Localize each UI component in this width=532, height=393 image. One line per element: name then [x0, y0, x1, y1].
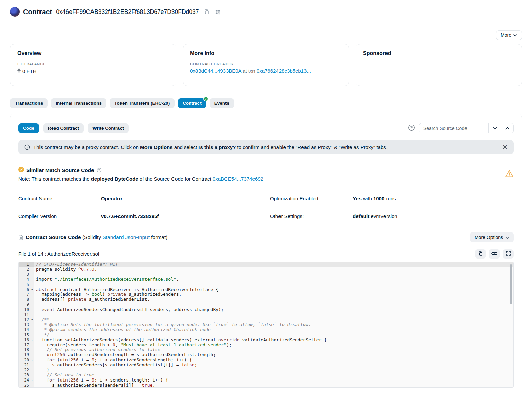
eth-balance-value: 0 ETH: [17, 68, 169, 74]
page-header: Contract 0x46eFF99CAB332f1B2EB2Ff6813D67…: [10, 0, 522, 24]
code-line: 8 address[] private s_authorizedSenderLi…: [19, 297, 513, 302]
compiler-version-value: v0.7.6+commit.7338295f: [101, 213, 159, 219]
search-prev-button[interactable]: [501, 123, 513, 133]
optimization-label: Optimization Enabled:: [270, 196, 353, 201]
similar-match-note: Note: This contract matches the deployed…: [18, 176, 505, 182]
search-next-button[interactable]: [488, 123, 501, 133]
optimization-value: Yes with 1000 runs: [353, 196, 396, 201]
proxy-notice-text: This contract may be a proxy contract. C…: [33, 144, 388, 150]
source-code-title-text: Contract Source Code (Solidity Standard …: [26, 234, 167, 240]
source-search: [419, 123, 514, 133]
code-line: 20▾ for (uint256 i = 0; i < authorizedSe…: [19, 358, 513, 363]
warning-triangle-icon: [505, 170, 514, 179]
code-line: 11: [19, 312, 513, 317]
copy-icon: [478, 251, 483, 257]
code-line: 7 mapping(address => bool) private s_aut…: [19, 292, 513, 297]
copy-icon: [204, 9, 209, 15]
code-line: 18 // Set previous authorized senders to…: [19, 347, 513, 352]
sponsored-title: Sponsored: [363, 50, 515, 56]
fold-toggle-icon[interactable]: ▾: [31, 338, 33, 343]
contract-panel: Code Read Contract Write Contract: [10, 114, 522, 393]
tab-contract[interactable]: Contract ✓: [178, 98, 206, 108]
chevron-down-icon: [513, 32, 517, 38]
search-source-input[interactable]: [419, 123, 488, 133]
compiler-version-row: Compiler Version v0.7.6+commit.7338295f: [18, 207, 262, 225]
code-line: 3: [19, 272, 513, 277]
code-line: 12▾ /**: [19, 317, 513, 322]
code-line: 17 require(senders.length > 0, "Must hav…: [19, 343, 513, 348]
close-banner-button[interactable]: ✕: [502, 144, 508, 150]
contract-name-value: Operator: [101, 196, 122, 201]
contract-name-row: Contract Name: Operator: [18, 190, 262, 207]
fold-toggle-icon[interactable]: ▾: [31, 358, 33, 363]
more-dropdown-button[interactable]: More: [496, 30, 522, 40]
help-icon[interactable]: [408, 124, 415, 132]
overview-card: Overview ETH BALANCE 0 ETH: [10, 44, 176, 86]
summary-cards: Overview ETH BALANCE 0 ETH More Info CON…: [10, 44, 522, 86]
bytecode-contract-link[interactable]: 0xaBCE54...7374c692: [213, 176, 263, 182]
code-line: 9: [19, 302, 513, 307]
editor-scrollbar-thumb[interactable]: [510, 264, 512, 304]
verified-check-icon: ✓: [203, 96, 208, 101]
link-icon: [491, 251, 497, 257]
code-line: 4import "./interfaces/AuthorizedReceiver…: [19, 277, 513, 282]
code-line: 10 event AuthorizedSendersChanged(addres…: [19, 307, 513, 312]
code-line: 23 // Set new to true: [19, 373, 513, 378]
contract-page: Contract 0x46eFF99CAB332f1B2EB2Ff6813D67…: [0, 0, 532, 393]
more-options-button[interactable]: More Options: [470, 232, 514, 242]
more-info-title: More Info: [190, 50, 342, 56]
contract-creator-label: CONTRACT CREATOR: [190, 62, 342, 66]
source-code-editor[interactable]: 1// SPDX-License-Identifier: MIT2pragma …: [18, 262, 514, 388]
subtab-code[interactable]: Code: [18, 123, 39, 133]
code-line: 16▾ function setAuthorizedSenders(addres…: [19, 338, 513, 343]
creator-separator: at txn: [241, 68, 257, 74]
proxy-notice-banner: This contract may be a proxy contract. C…: [18, 140, 514, 154]
text-cursor: [36, 262, 36, 267]
info-icon: [24, 144, 30, 150]
code-line: 19 uint256 authorizedSendersLength = s_a…: [19, 352, 513, 358]
tab-token-transfers[interactable]: Token Transfers (ERC-20): [110, 98, 175, 108]
other-settings-row: Other Settings: default evmVersion: [270, 207, 514, 225]
qr-code-button[interactable]: [214, 8, 222, 16]
contract-avatar: [10, 7, 20, 17]
optimization-row: Optimization Enabled: Yes with 1000 runs: [270, 190, 514, 207]
subtab-write-contract[interactable]: Write Contract: [88, 123, 129, 133]
json-input-link[interactable]: Standard Json-Input: [102, 234, 150, 240]
code-line: 24▾ for (uint256 i = 0; i < senders.leng…: [19, 378, 513, 383]
qr-code-icon: [215, 9, 220, 15]
copy-source-button[interactable]: [475, 249, 486, 259]
resize-handle[interactable]: [509, 382, 513, 387]
question-mark-icon[interactable]: [97, 168, 102, 173]
fold-toggle-icon[interactable]: ▾: [31, 287, 33, 292]
fold-toggle-icon[interactable]: ▾: [31, 317, 33, 322]
creator-address-link[interactable]: 0x83dC44...4933BE0A: [190, 68, 241, 74]
compiler-details: Contract Name: Operator Compiler Version…: [18, 190, 514, 225]
similar-match-section: Similar Match Source Code Note: This con…: [18, 167, 514, 182]
match-check-icon: [18, 167, 24, 174]
code-lines: 1// SPDX-License-Identifier: MIT2pragma …: [19, 262, 513, 388]
fold-toggle-icon[interactable]: ▾: [31, 378, 33, 383]
permalink-button[interactable]: [489, 249, 500, 259]
copy-address-button[interactable]: [203, 8, 211, 16]
other-settings-label: Other Settings:: [270, 213, 353, 219]
creator-txn-link[interactable]: 0xa7662428c3b5eb13...: [257, 68, 311, 74]
chevron-up-icon: [505, 126, 509, 131]
contract-name-label: Contract Name:: [18, 196, 101, 201]
code-line: 6▾abstract contract AuthorizedReceiver i…: [19, 287, 513, 292]
sponsored-card: Sponsored: [356, 44, 522, 86]
fullscreen-button[interactable]: [503, 249, 514, 259]
tab-transactions[interactable]: Transactions: [10, 98, 48, 108]
eth-balance-text: 0 ETH: [22, 68, 37, 74]
subtab-read-contract[interactable]: Read Contract: [43, 123, 84, 133]
code-line: 14 * @param senders The addresses of the…: [19, 327, 513, 333]
tab-events[interactable]: Events: [210, 98, 234, 108]
tab-internal-transactions[interactable]: Internal Transactions: [51, 98, 106, 108]
chevron-down-icon: [493, 126, 497, 131]
contract-address: 0x46eFF99CAB332f1B2EB2Ff6813D67e7D30FDd0…: [56, 8, 199, 16]
code-line: 21 s_authorizedSenders[s_authorizedSende…: [19, 363, 513, 368]
header-divider: [0, 24, 532, 24]
code-line: 2pragma solidity ^0.7.0;: [19, 267, 513, 272]
more-options-label: More Options: [475, 235, 503, 240]
similar-match-title: Similar Match Source Code: [26, 167, 94, 173]
code-line: 15 */: [19, 333, 513, 338]
